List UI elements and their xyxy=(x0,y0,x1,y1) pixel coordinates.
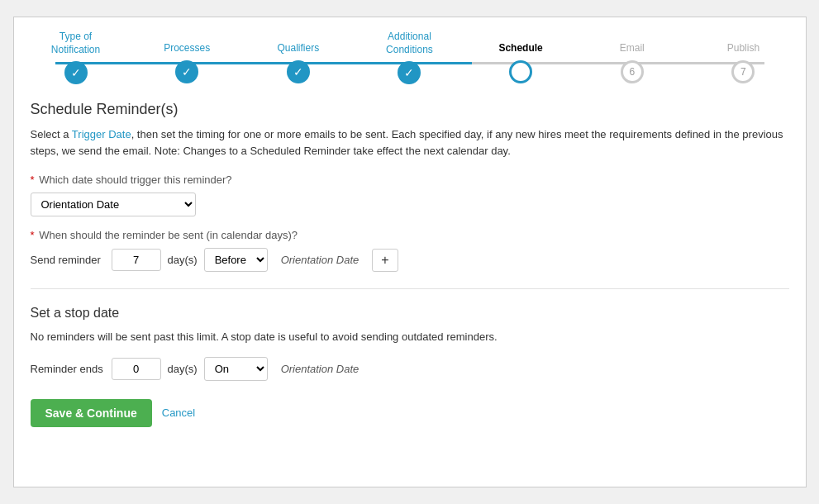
step-circle-processes: ✓ xyxy=(175,60,198,83)
trigger-question-text: Which date should trigger this reminder? xyxy=(39,174,231,186)
send-question-label: * When should the reminder be sent (in c… xyxy=(31,229,789,241)
stepper: Type ofNotification ✓ Processes ✓ Qualif… xyxy=(31,31,789,84)
step-circle-publish: 7 xyxy=(731,60,755,83)
action-row: Save & Continue Cancel xyxy=(31,399,789,427)
step-label-type: Type ofNotification xyxy=(51,31,100,56)
send-days-label: day(s) xyxy=(168,254,198,266)
step-additional-conditions[interactable]: AdditionalConditions ✓ xyxy=(364,31,455,84)
step-qualifiers[interactable]: Qualifiers ✓ xyxy=(253,31,344,83)
section-description: Select a Trigger Date, then set the timi… xyxy=(31,126,789,159)
reminder-ends-label: Reminder ends xyxy=(31,363,105,375)
trigger-date-link[interactable]: Trigger Date xyxy=(72,128,131,140)
step-circle-type: ✓ xyxy=(64,61,88,84)
step-circle-additional: ✓ xyxy=(398,61,421,84)
step-circle-qualifiers: ✓ xyxy=(287,60,310,83)
step-label-processes: Processes xyxy=(164,31,210,55)
step-label-schedule: Schedule xyxy=(498,31,542,55)
stop-date-title: Set a stop date xyxy=(31,306,789,321)
send-reminder-label: Send reminder xyxy=(31,254,105,266)
section-title: Schedule Reminder(s) xyxy=(31,101,789,118)
send-timing-select[interactable]: Before After On xyxy=(204,248,268,272)
step-label-qualifiers: Qualifiers xyxy=(277,31,319,55)
send-orientation-label: Orientation Date xyxy=(281,254,360,266)
cancel-button[interactable]: Cancel xyxy=(162,407,195,419)
stop-date-description: No reminders will be sent past this limi… xyxy=(31,329,789,345)
send-days-input[interactable] xyxy=(112,249,161,271)
reminder-ends-days-label: day(s) xyxy=(168,363,198,375)
reminder-ends-row: Reminder ends day(s) On Before After Ori… xyxy=(31,357,789,381)
reminder-ends-timing-select[interactable]: On Before After xyxy=(204,357,268,381)
step-publish[interactable]: Publish 7 xyxy=(698,31,788,83)
page-container: Type ofNotification ✓ Processes ✓ Qualif… xyxy=(13,17,807,487)
required-star-trigger: * xyxy=(31,174,35,186)
step-processes[interactable]: Processes ✓ xyxy=(141,31,232,83)
step-type-of-notification[interactable]: Type ofNotification ✓ xyxy=(31,31,121,84)
step-schedule[interactable]: Schedule xyxy=(475,31,566,83)
trigger-date-select[interactable]: Orientation Date Hire Date Start Date xyxy=(31,193,196,216)
reminder-ends-input[interactable] xyxy=(112,358,161,380)
save-continue-button[interactable]: Save & Continue xyxy=(31,399,152,427)
add-reminder-button[interactable]: + xyxy=(372,249,398,272)
step-label-publish: Publish xyxy=(727,31,759,55)
stop-orientation-label: Orientation Date xyxy=(281,363,360,375)
step-label-additional: AdditionalConditions xyxy=(386,31,433,56)
step-circle-schedule xyxy=(509,60,532,83)
step-circle-email: 6 xyxy=(621,60,644,83)
section-divider xyxy=(31,288,789,289)
send-reminder-row: Send reminder day(s) Before After On Ori… xyxy=(31,248,789,272)
step-label-email: Email xyxy=(620,31,645,55)
required-star-send: * xyxy=(31,229,35,241)
trigger-question-label: * Which date should trigger this reminde… xyxy=(31,174,789,186)
step-email[interactable]: Email 6 xyxy=(587,31,678,83)
send-question-text: When should the reminder be sent (in cal… xyxy=(39,229,298,241)
